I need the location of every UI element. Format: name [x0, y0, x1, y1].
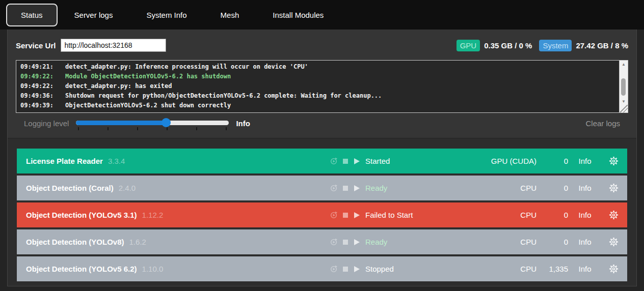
restart-module-icon[interactable] — [330, 238, 338, 246]
restart-module-icon[interactable] — [330, 211, 338, 219]
module-version: 1.6.2 — [129, 238, 146, 246]
resource-usage: GPU 0.35 GB / 0 % System 27.42 GB / 8 % — [457, 40, 628, 51]
log-timestamp: 09:49:22: — [20, 81, 65, 91]
module-row: Object Detection (YOLOv8) 1.6.2 Ready CP… — [17, 229, 627, 254]
stop-module-icon[interactable] — [342, 212, 348, 218]
log-line: 09:49:21: detect_adapter.py: Inference p… — [20, 62, 615, 72]
log-timestamp: 09:49:22: — [20, 72, 65, 81]
tab[interactable]: System Info — [129, 5, 203, 25]
modules-list: License Plate Reader 3.3.4 Started GPU (… — [8, 138, 636, 286]
restart-module-icon[interactable] — [330, 184, 338, 192]
scrollbar-thumb[interactable] — [621, 78, 626, 96]
module-title: Object Detection (YOLOv5 6.2) 1.10.0 — [26, 265, 330, 273]
status-section: Service Url GPU 0.35 GB / 0 % System 27.… — [8, 30, 636, 131]
module-name: Object Detection (YOLOv5 6.2) — [26, 265, 137, 273]
module-controls — [330, 238, 365, 246]
log-timestamp: 09:49:39: — [20, 101, 65, 110]
module-settings-gear-icon[interactable] — [602, 237, 619, 247]
scroll-down-icon[interactable]: ▼ — [620, 98, 628, 105]
log-line: 09:49:39: ObjectDetectionYOLOv5-6.2 shut… — [20, 101, 615, 110]
tab[interactable]: Server logs — [58, 5, 130, 25]
tab[interactable]: Status — [6, 4, 58, 26]
scroll-up-icon[interactable]: ▲ — [620, 61, 628, 68]
stop-module-icon[interactable] — [342, 266, 348, 272]
module-info-link[interactable]: Info — [568, 265, 602, 273]
log-timestamp: 09:49:36: — [20, 91, 65, 101]
stop-module-icon[interactable] — [342, 185, 348, 191]
log-line: 09:49:22: detect_adapter.py: has exited — [20, 81, 615, 91]
start-module-icon[interactable] — [353, 158, 360, 165]
start-module-icon[interactable] — [353, 212, 360, 219]
module-request-count: 0 — [536, 184, 568, 192]
module-status: Started — [365, 157, 476, 165]
module-name: Object Detection (Coral) — [26, 184, 114, 192]
module-title: Object Detection (YOLOv5 3.1) 1.12.2 — [26, 211, 330, 219]
logging-level-slider[interactable] — [76, 118, 229, 129]
module-settings-gear-icon[interactable] — [602, 183, 619, 193]
main-panel: Service Url GPU 0.35 GB / 0 % System 27.… — [7, 30, 637, 286]
module-request-count: 0 — [536, 157, 568, 165]
module-controls — [330, 265, 365, 273]
module-settings-gear-icon[interactable] — [602, 156, 619, 166]
restart-module-icon[interactable] — [330, 157, 338, 165]
module-controls — [330, 184, 365, 192]
module-title: Object Detection (YOLOv8) 1.6.2 — [26, 238, 330, 246]
log-output[interactable]: 09:49:21: detect_adapter.py: Inference p… — [16, 60, 628, 113]
stop-module-icon[interactable] — [342, 239, 348, 245]
module-row: Object Detection (YOLOv5 6.2) 1.10.0 Sto… — [17, 256, 627, 281]
module-status: Ready — [365, 238, 476, 246]
system-badge: System — [539, 40, 572, 51]
start-module-icon[interactable] — [353, 266, 360, 273]
start-module-icon[interactable] — [353, 239, 360, 246]
logging-level-value: Info — [236, 119, 250, 128]
module-hardware: CPU — [476, 265, 536, 273]
log-message: detect_adapter.py: has exited — [65, 81, 172, 91]
log-message: ObjectDetectionYOLOv5-6.2 shut down corr… — [65, 101, 231, 110]
system-usage-value: 27.42 GB / 8 % — [576, 41, 628, 50]
tab[interactable]: Install Modules — [256, 5, 340, 25]
restart-module-icon[interactable] — [330, 265, 338, 273]
module-info-link[interactable]: Info — [568, 211, 602, 219]
module-status: Stopped — [365, 265, 476, 273]
log-scrollbar[interactable]: ▲ ▼ — [619, 61, 628, 112]
module-name: Object Detection (YOLOv8) — [26, 238, 124, 246]
module-hardware: GPU (CUDA) — [476, 157, 536, 165]
module-name: Object Detection (YOLOv5 3.1) — [26, 211, 137, 219]
module-hardware: CPU — [476, 211, 536, 219]
scrollbar-track[interactable] — [620, 68, 628, 98]
module-request-count: 0 — [536, 238, 568, 246]
stop-module-icon[interactable] — [342, 158, 348, 164]
module-status: Failed to Start — [365, 211, 476, 219]
module-request-count: 1,335 — [536, 265, 568, 273]
module-request-count: 0 — [536, 211, 568, 219]
gpu-badge: GPU — [457, 40, 480, 51]
module-status: Ready — [365, 184, 476, 192]
module-row: License Plate Reader 3.3.4 Started GPU (… — [17, 149, 627, 173]
module-info-link[interactable]: Info — [568, 157, 602, 165]
module-row: Object Detection (Coral) 2.4.0 Ready CPU… — [17, 176, 627, 200]
slider-ticks — [78, 127, 227, 130]
module-settings-gear-icon[interactable] — [602, 210, 619, 220]
module-settings-gear-icon[interactable] — [602, 264, 619, 274]
tab-bar: StatusServer logsSystem InfoMeshInstall … — [0, 0, 644, 30]
module-info-link[interactable]: Info — [568, 184, 602, 192]
module-controls — [330, 211, 365, 219]
module-controls — [330, 157, 365, 165]
tab[interactable]: Mesh — [204, 5, 256, 25]
service-url-input[interactable] — [61, 39, 166, 52]
resize-grip-icon[interactable] — [620, 105, 628, 112]
module-row: Object Detection (YOLOv5 3.1) 1.12.2 Fai… — [17, 202, 627, 227]
module-title: Object Detection (Coral) 2.4.0 — [26, 184, 330, 192]
gpu-usage-value: 0.35 GB / 0 % — [484, 41, 532, 50]
module-title: License Plate Reader 3.3.4 — [26, 157, 330, 165]
log-message: Module ObjectDetectionYOLOv5-6.2 has shu… — [65, 72, 231, 81]
slider-fill — [76, 121, 166, 125]
log-line: 09:49:22: Module ObjectDetectionYOLOv5-6… — [20, 72, 615, 81]
log-message: Shutdown request for python/ObjectDetect… — [65, 91, 382, 101]
logging-level-label: Logging level — [24, 119, 69, 128]
clear-logs-button[interactable]: Clear logs — [585, 119, 620, 128]
slider-thumb[interactable] — [162, 118, 171, 127]
log-message: detect_adapter.py: Inference processing … — [65, 62, 308, 72]
start-module-icon[interactable] — [353, 185, 360, 192]
module-info-link[interactable]: Info — [568, 238, 602, 246]
